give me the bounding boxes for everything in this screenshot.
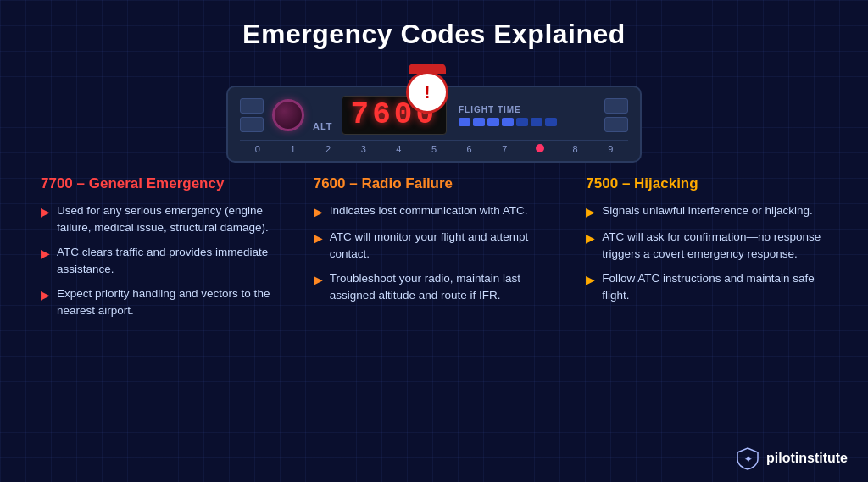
bullet-hijack-3: ▶ Follow ATC instructions and maintain s… xyxy=(586,270,827,303)
svg-text:✦: ✦ xyxy=(744,454,752,464)
ft-bar-4 xyxy=(502,118,514,126)
columns-section: 7700 – General Emergency ▶ Used for any … xyxy=(0,162,868,335)
bullet-general-3: ▶ Expect priority handling and vectors t… xyxy=(41,285,282,319)
num-4[interactable]: 4 xyxy=(381,142,417,156)
bullet-arrow-hijack-2: ▶ xyxy=(586,230,595,247)
panel-btn-left-bottom[interactable] xyxy=(240,117,264,132)
bullet-arrow-radio-2: ▶ xyxy=(314,230,323,247)
bullet-text-general-3: Expect priority handling and vectors to … xyxy=(57,285,282,319)
bullet-arrow-general-3: ▶ xyxy=(41,286,50,303)
ft-bar-6 xyxy=(531,118,542,126)
panel-right-buttons xyxy=(604,98,628,132)
col-title-general: 7700 – General Emergency xyxy=(41,175,282,192)
bullet-text-radio-2: ATC will monitor your flight and attempt… xyxy=(330,229,555,262)
num-9[interactable]: 9 xyxy=(593,142,628,156)
bullet-text-hijack-1: Signals unlawful interference or hijacki… xyxy=(602,202,812,219)
num-6[interactable]: 6 xyxy=(452,142,487,156)
logo-shield-icon: ✦ xyxy=(736,446,760,470)
col-title-hijack: 7500 – Hijacking xyxy=(586,175,827,192)
alert-bubble: ! xyxy=(409,74,446,111)
alert-icon-group: ! xyxy=(409,64,446,111)
col-title-radio: 7600 – Radio Failure xyxy=(314,175,555,192)
panel-knob[interactable] xyxy=(272,99,304,131)
bullet-text-hijack-2: ATC will ask for confirmation—no respons… xyxy=(602,229,827,262)
bullet-text-general-2: ATC clears traffic and provides immediat… xyxy=(57,244,282,277)
panel-btn-right-top[interactable] xyxy=(604,98,628,114)
bullet-text-general-1: Used for any serious emergency (engine f… xyxy=(57,202,282,235)
bullet-text-radio-3: Troubleshoot your radio, maintain last a… xyxy=(330,270,555,303)
num-dot[interactable] xyxy=(522,142,558,156)
flight-time-label: FLIGHT TIME xyxy=(459,105,557,114)
shield-svg: ✦ xyxy=(736,446,760,470)
panel-flight-time-section: FLIGHT TIME xyxy=(459,105,557,126)
bullet-arrow-hijack-1: ▶ xyxy=(586,203,595,220)
panel-btn-left-top[interactable] xyxy=(240,98,264,114)
bullet-arrow-general-1: ▶ xyxy=(41,203,50,220)
bullet-text-hijack-3: Follow ATC instructions and maintain saf… xyxy=(602,270,827,303)
transponder-wrapper: ! ALT 7600 FLIGHT TIME xyxy=(0,64,868,157)
page-title: Emergency Codes Explained xyxy=(0,0,868,64)
ft-bar-5 xyxy=(516,118,528,126)
panel-alt-label: ALT xyxy=(313,121,333,131)
num-0[interactable]: 0 xyxy=(240,142,275,156)
bullet-general-1: ▶ Used for any serious emergency (engine… xyxy=(41,202,282,235)
ft-bar-3 xyxy=(487,118,499,126)
num-dot-indicator xyxy=(536,144,544,152)
ft-bar-2 xyxy=(473,118,485,126)
bullet-arrow-radio-3: ▶ xyxy=(314,271,323,288)
ft-bar-7 xyxy=(545,118,557,126)
panel-btn-right-bottom[interactable] xyxy=(604,117,628,132)
panel-left-buttons xyxy=(240,98,264,132)
num-1[interactable]: 1 xyxy=(275,142,311,156)
bullet-hijack-1: ▶ Signals unlawful interference or hijac… xyxy=(586,202,827,220)
panel-number-row: 0 1 2 3 4 5 6 7 8 9 xyxy=(240,140,628,156)
num-5[interactable]: 5 xyxy=(416,142,452,156)
num-8[interactable]: 8 xyxy=(558,142,593,156)
bullet-text-radio-1: Indicates lost communication with ATC. xyxy=(330,202,528,219)
bullet-general-2: ▶ ATC clears traffic and provides immedi… xyxy=(41,244,282,277)
alert-exclamation: ! xyxy=(424,81,430,103)
num-7[interactable]: 7 xyxy=(487,142,522,156)
bullet-radio-3: ▶ Troubleshoot your radio, maintain last… xyxy=(314,270,555,303)
logo-text: pilotinstitute xyxy=(766,451,848,466)
bullet-radio-2: ▶ ATC will monitor your flight and attem… xyxy=(314,229,555,262)
column-hijack: 7500 – Hijacking ▶ Signals unlawful inte… xyxy=(570,175,843,327)
bullet-hijack-2: ▶ ATC will ask for confirmation—no respo… xyxy=(586,229,827,262)
ft-bar-1 xyxy=(459,118,470,126)
alert-light-top xyxy=(409,64,446,74)
bullet-radio-1: ▶ Indicates lost communication with ATC. xyxy=(314,202,555,220)
column-general: 7700 – General Emergency ▶ Used for any … xyxy=(25,175,298,327)
column-radio: 7600 – Radio Failure ▶ Indicates lost co… xyxy=(298,175,571,327)
num-3[interactable]: 3 xyxy=(346,142,381,156)
bullet-arrow-general-2: ▶ xyxy=(41,245,50,262)
bullet-arrow-radio-1: ▶ xyxy=(314,203,323,220)
logo-area: ✦ pilotinstitute xyxy=(736,446,848,470)
num-2[interactable]: 2 xyxy=(310,142,346,156)
bullet-arrow-hijack-3: ▶ xyxy=(586,271,595,288)
flight-time-bars xyxy=(459,118,557,126)
